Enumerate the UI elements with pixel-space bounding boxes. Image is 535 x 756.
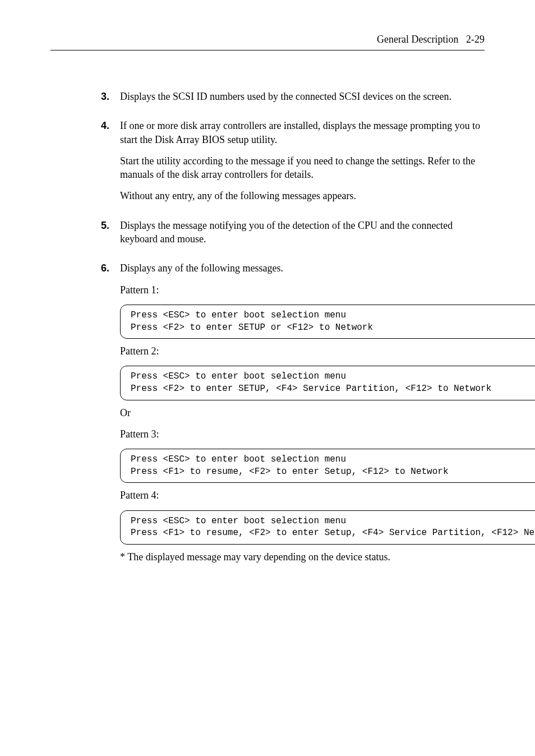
page-header: General Description 2-29 xyxy=(50,34,485,50)
pattern-label-1: Pattern 1: xyxy=(120,283,535,297)
item-body: If one or more disk array controllers ar… xyxy=(120,119,485,210)
item-body: Displays any of the following messages. … xyxy=(120,261,535,571)
footnote: * The displayed message may vary dependi… xyxy=(120,550,535,564)
pattern-label-2: Pattern 2: xyxy=(120,344,535,358)
paragraph: Start the utility according to the messa… xyxy=(120,154,485,182)
paragraph: Displays the message notifying you of th… xyxy=(120,219,485,246)
paragraph: Without any entry, any of the following … xyxy=(120,189,485,202)
paragraph: Displays any of the following messages. xyxy=(120,261,535,275)
pattern-label-3: Pattern 3: xyxy=(120,427,535,441)
list-item-5: 5. Displays the message notifying you of… xyxy=(101,219,485,254)
item-number: 5. xyxy=(101,219,120,254)
item-body: Displays the SCSI ID numbers used by the… xyxy=(120,90,485,111)
item-number: 6. xyxy=(101,261,120,571)
header-page-ref: 2-29 xyxy=(466,34,485,45)
message-box-pattern-3: Press <ESC> to enter boot selection menu… xyxy=(120,449,535,483)
item-number: 4. xyxy=(101,119,120,210)
header-section-title: General Description xyxy=(377,34,458,45)
pattern-label-4: Pattern 4: xyxy=(120,488,535,502)
message-box-pattern-1: Press <ESC> to enter boot selection menu… xyxy=(120,305,535,339)
item-body: Displays the message notifying you of th… xyxy=(120,219,485,254)
or-label: Or xyxy=(120,406,535,420)
message-box-pattern-4: Press <ESC> to enter boot selection menu… xyxy=(120,510,535,545)
paragraph: If one or more disk array controllers ar… xyxy=(120,119,485,146)
list-item-4: 4. If one or more disk array controllers… xyxy=(101,119,485,210)
item-number: 3. xyxy=(101,90,120,111)
page-content: 3. Displays the SCSI ID numbers used by … xyxy=(50,90,485,571)
message-box-pattern-2: Press <ESC> to enter boot selection menu… xyxy=(120,366,535,400)
list-item-3: 3. Displays the SCSI ID numbers used by … xyxy=(101,90,485,111)
list-item-6: 6. Displays any of the following message… xyxy=(101,261,485,571)
paragraph: Displays the SCSI ID numbers used by the… xyxy=(120,90,485,103)
